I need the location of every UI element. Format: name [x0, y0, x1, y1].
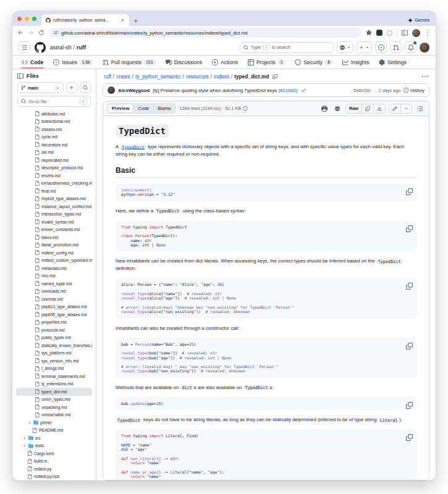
- user-avatar[interactable]: [420, 43, 429, 52]
- file-item-deprecated.md[interactable]: deprecated.md: [16, 156, 92, 164]
- commit-author[interactable]: AlexWaygood: [118, 88, 150, 93]
- breadcrumb-link[interactable]: crates: [116, 73, 130, 80]
- close-window-button[interactable]: [17, 17, 22, 21]
- file-item-decorators.md[interactable]: decorators.md: [16, 141, 92, 149]
- back-button[interactable]: [17, 30, 23, 36]
- breadcrumb-link[interactable]: mdtest: [214, 73, 229, 80]
- zoom-window-button[interactable]: [32, 17, 36, 21]
- bookmark-star-icon[interactable]: [366, 30, 372, 36]
- history-button[interactable]: History: [404, 88, 425, 93]
- repo-tab-issues[interactable]: Issues1.6k: [49, 56, 96, 69]
- outline-button[interactable]: [415, 104, 425, 114]
- breadcrumb-link[interactable]: ty_python_semantic: [135, 73, 181, 80]
- extension-icon[interactable]: [376, 30, 382, 36]
- file-item-metaclass.md[interactable]: metaclass.md: [16, 264, 92, 272]
- view-tab-preview[interactable]: Preview: [108, 104, 133, 113]
- file-item-unpacking.md[interactable]: unpacking.md: [16, 403, 92, 411]
- repo-tab-actions[interactable]: Actions: [208, 56, 242, 69]
- site-info-icon[interactable]: [53, 30, 58, 35]
- branch-selector[interactable]: main: [17, 82, 64, 93]
- repo-tab-pull-requests[interactable]: Pull requests211: [98, 56, 160, 69]
- create-new-button[interactable]: [357, 41, 372, 53]
- file-item-cycle.md[interactable]: cycle.md: [16, 133, 92, 141]
- file-item-mro.md[interactable]: mro.md: [16, 272, 92, 280]
- view-tab-code[interactable]: Code: [133, 104, 153, 113]
- collapse-sidebar-icon[interactable]: [17, 73, 23, 79]
- file-item-overloads.md[interactable]: overloads.md: [16, 288, 92, 296]
- file-item-sys_platform.md[interactable]: sys_platform.md: [16, 350, 92, 358]
- file-item-mdtest.py.lock[interactable]: mdtest.py.lock: [16, 473, 92, 481]
- copy-code-button[interactable]: [406, 186, 413, 193]
- file-item-ty_extensions.md[interactable]: ty_extensions.md: [16, 380, 92, 388]
- your-issues-button[interactable]: [375, 41, 387, 53]
- file-item-protocols.md[interactable]: protocols.md: [16, 326, 92, 334]
- view-tab-blame[interactable]: Blame: [153, 104, 175, 113]
- file-item-mdtest.py[interactable]: mdtest.py: [16, 465, 92, 473]
- minimize-window-button[interactable]: [25, 17, 29, 21]
- file-item-build.rs[interactable]: build.rs: [16, 458, 92, 466]
- copilot-file-button[interactable]: [332, 104, 342, 114]
- search-files-button[interactable]: [80, 82, 91, 93]
- repo-tab-security[interactable]: Security8: [290, 56, 337, 69]
- notifications-button[interactable]: [405, 41, 416, 53]
- breadcrumb-link[interactable]: ruff: [104, 73, 111, 80]
- folder-item-tests[interactable]: tests: [16, 442, 92, 450]
- file-item-enums.md[interactable]: enums.md: [16, 172, 92, 180]
- file-item-override.md[interactable]: override.md: [16, 295, 92, 303]
- copy-code-button[interactable]: [406, 400, 413, 407]
- edit-dropdown-button[interactable]: [401, 104, 412, 113]
- more-options-icon[interactable]: [422, 73, 428, 80]
- file-item-t_strings.md[interactable]: t_strings.md: [16, 365, 92, 373]
- gemini-button[interactable]: Gemini: [408, 17, 429, 23]
- file-item-properties.md[interactable]: properties.md: [16, 319, 92, 327]
- copilot-button[interactable]: [337, 41, 353, 53]
- file-item-pep613_type_aliases.md[interactable]: pep613_type_aliases.md: [16, 303, 92, 311]
- forward-button[interactable]: [28, 30, 34, 36]
- file-item-classes.md[interactable]: classes.md: [16, 125, 92, 133]
- copy-raw-button[interactable]: [362, 104, 374, 113]
- reload-button[interactable]: [38, 30, 44, 36]
- file-item-instance_layout_conflict.md[interactable]: instance_layout_conflict.md: [16, 203, 92, 211]
- repo-link[interactable]: ruff: [77, 44, 86, 51]
- commit-sha[interactable]: 594b7b0: [353, 88, 371, 93]
- commit-author-avatar[interactable]: [108, 86, 115, 94]
- copy-code-button[interactable]: [406, 432, 413, 439]
- file-item-intersection_types.md[interactable]: intersection_types.md: [16, 211, 92, 219]
- org-link[interactable]: astral-sh: [50, 44, 72, 51]
- commit-message[interactable]: [ty] Preserve quoting style when autofix…: [153, 88, 297, 93]
- file-item-mdtest_custom_typeshed.md[interactable]: mdtest_custom_typeshed.md: [16, 257, 92, 265]
- browser-profile-avatar[interactable]: [412, 29, 420, 37]
- close-tab-icon[interactable]: [120, 18, 125, 22]
- address-bar[interactable]: github.com/astral-sh/ruff/blob/main/crat…: [49, 28, 361, 38]
- copy-path-icon[interactable]: [273, 74, 277, 79]
- file-item-literal_promotion.md[interactable]: literal_promotion.md: [16, 241, 92, 249]
- new-file-button[interactable]: [66, 82, 77, 93]
- print-button[interactable]: [319, 104, 329, 114]
- file-item-terminal_statements.md[interactable]: terminal_statements.md: [16, 372, 92, 380]
- your-pull-requests-button[interactable]: [390, 41, 402, 53]
- inline-code-link[interactable]: TypedDict: [120, 144, 146, 150]
- file-item-sys_version_info.md[interactable]: sys_version_info.md: [16, 357, 92, 365]
- file-item-pep695_type_aliases.md[interactable]: pep695_type_aliases.md: [16, 311, 92, 319]
- browser-menu-icon[interactable]: [425, 30, 431, 36]
- folder-item-primer[interactable]: primer: [16, 419, 92, 427]
- global-search-input[interactable]: Type / to search: [240, 42, 334, 53]
- copy-code-button[interactable]: [406, 224, 413, 230]
- commit-check-icon[interactable]: [301, 88, 306, 93]
- global-nav-menu-button[interactable]: [19, 41, 30, 53]
- pr-link[interactable]: (#21682): [278, 88, 297, 93]
- file-item-bidirectional.md[interactable]: bidirectional.md: [16, 118, 92, 126]
- file-item-statically_known_branches.md[interactable]: statically_known_branches.md: [16, 341, 92, 350]
- file-item-public_types.md[interactable]: public_types.md: [16, 334, 92, 342]
- file-item-README.md[interactable]: README.md: [16, 427, 92, 435]
- extension-circle-icon[interactable]: [387, 30, 392, 36]
- file-item-known_constants.md[interactable]: known_constants.md: [16, 226, 92, 234]
- file-item-descriptor_protocol.md[interactable]: descriptor_protocol.md: [16, 164, 92, 172]
- repo-tab-settings[interactable]: Settings: [374, 56, 411, 69]
- file-item-implicit_type_aliases.md[interactable]: implicit_type_aliases.md: [16, 195, 92, 203]
- new-tab-button[interactable]: [133, 19, 138, 23]
- file-item-del.md[interactable]: del.md: [16, 149, 92, 157]
- file-item-attributes.md[interactable]: attributes.md: [16, 110, 92, 118]
- download-button[interactable]: [374, 104, 385, 113]
- go-to-file-input[interactable]: Go to file t: [17, 96, 91, 107]
